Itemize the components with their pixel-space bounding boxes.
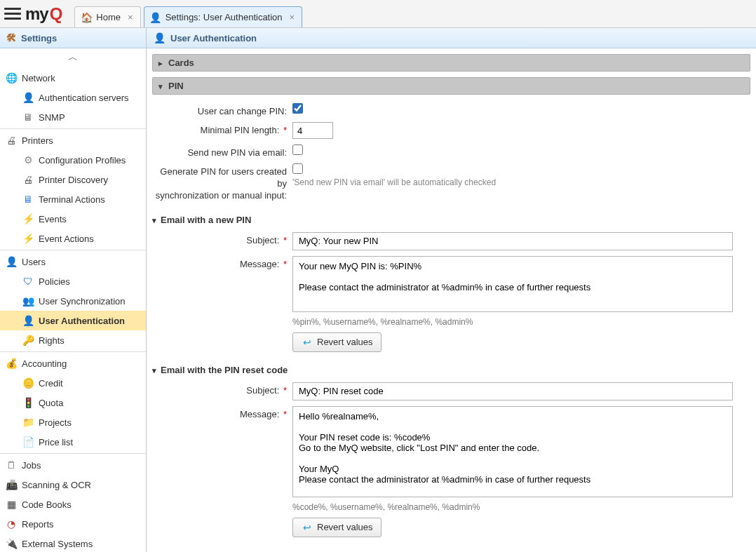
checkbox-user-can-change-pin[interactable] <box>292 103 303 114</box>
price-icon: 📄 <box>22 436 34 447</box>
user-icon: 👤 <box>154 32 165 43</box>
gear-icon: ⚙ <box>22 154 34 166</box>
terminal-icon: 🖥 <box>22 194 34 205</box>
tab-home[interactable]: 🏠 Home × <box>74 6 140 27</box>
wrench-icon: 🛠 <box>6 32 17 43</box>
revert-icon: ↩ <box>302 337 313 348</box>
sidebar-item-user-sync[interactable]: 👥User Synchronization <box>0 291 146 311</box>
button-label: Revert values <box>317 522 372 532</box>
globe-icon: 🌐 <box>6 72 17 83</box>
chevron-down-icon <box>152 215 156 225</box>
page-title: User Authentication <box>170 33 257 43</box>
subsection-email-reset-pin[interactable]: Email with the PIN reset code <box>152 365 750 375</box>
sidebar-item-price-list[interactable]: 📄Price list <box>0 432 146 452</box>
settings-tree: 🌐Network 👤Authentication servers 🖥SNMP 🖨… <box>0 67 146 552</box>
sidebar-item-event-actions[interactable]: ⚡Event Actions <box>0 229 146 248</box>
input-reset-pin-subject[interactable] <box>292 382 733 400</box>
hint-generate-pin: 'Send new PIN via email' will be automat… <box>292 177 750 187</box>
jobs-icon: 🗒 <box>6 459 17 471</box>
sync-icon: 👥 <box>22 295 34 307</box>
sidebar-item-label: Accounting <box>22 358 67 369</box>
sidebar-item-accounting[interactable]: 💰Accounting <box>0 354 146 373</box>
sidebar: 🛠 Settings ︿ 🌐Network 👤Authentication se… <box>0 28 147 552</box>
sidebar-item-label: Configuration Profiles <box>39 155 126 166</box>
sidebar-item-label: Printers <box>22 135 53 146</box>
sidebar-item-snmp[interactable]: 🖥SNMP <box>0 107 146 127</box>
sidebar-item-config-profiles[interactable]: ⚙Configuration Profiles <box>0 150 146 170</box>
sidebar-item-network[interactable]: 🌐Network <box>0 68 146 88</box>
sidebar-item-printer-discovery[interactable]: 🖨Printer Discovery <box>0 170 146 189</box>
sidebar-item-projects[interactable]: 📁Projects <box>0 412 146 432</box>
sidebar-item-label: User Synchronization <box>39 296 126 307</box>
menu-icon[interactable] <box>4 6 21 22</box>
label-send-pin-email: Send new PIN via email: <box>152 144 292 158</box>
folder-icon: 📁 <box>22 417 34 428</box>
traffic-icon: 🚦 <box>22 397 34 408</box>
app-logo: myQ <box>25 4 62 24</box>
sidebar-item-label: Network <box>22 73 55 83</box>
sidebar-item-reports[interactable]: ◔Reports <box>0 514 146 534</box>
sidebar-header: 🛠 Settings <box>0 28 146 48</box>
revert-new-pin-button[interactable]: ↩ Revert values <box>292 332 382 352</box>
subsection-email-new-pin[interactable]: Email with a new PIN <box>152 215 750 225</box>
printer-icon: 🖨 <box>22 174 34 185</box>
shield-icon: 🛡 <box>22 276 34 287</box>
label-subject: Subject: <box>246 235 279 245</box>
bag-icon: 💰 <box>6 358 17 369</box>
textarea-new-pin-message[interactable] <box>292 256 733 312</box>
input-min-pin-length[interactable] <box>292 122 333 139</box>
chart-icon: ◔ <box>6 518 17 530</box>
sidebar-item-user-authentication[interactable]: 👤User Authentication <box>0 311 146 330</box>
revert-reset-pin-button[interactable]: ↩ Revert values <box>292 518 382 537</box>
sidebar-item-scanning-ocr[interactable]: 📠Scanning & OCR <box>0 475 146 494</box>
key-icon: 🔑 <box>22 335 34 346</box>
label-subject: Subject: <box>246 385 279 396</box>
sidebar-item-label: Credit <box>39 378 63 389</box>
label-user-can-change-pin: User can change PIN: <box>152 103 292 116</box>
sidebar-item-code-books[interactable]: ▦Code Books <box>0 494 146 514</box>
bolt-icon: ⚡ <box>22 213 34 224</box>
sidebar-item-policies[interactable]: 🛡Policies <box>0 271 146 291</box>
label-min-pin-length: Minimal PIN length: <box>201 125 280 135</box>
sidebar-item-credit[interactable]: 🪙Credit <box>0 373 146 393</box>
sidebar-item-auth-servers[interactable]: 👤Authentication servers <box>0 88 146 107</box>
sidebar-item-label: Code Books <box>22 499 72 510</box>
input-new-pin-subject[interactable] <box>292 232 733 250</box>
sidebar-item-label: Quota <box>39 398 63 408</box>
close-icon[interactable]: × <box>128 12 133 22</box>
section-pin[interactable]: PIN <box>152 77 750 95</box>
close-icon[interactable]: × <box>290 12 295 22</box>
sidebar-item-users[interactable]: 👤Users <box>0 252 146 271</box>
section-title: PIN <box>168 81 184 91</box>
sidebar-item-label: Event Actions <box>39 234 94 244</box>
sidebar-item-label: SNMP <box>39 112 65 123</box>
placeholders-new-pin: %pin%, %username%, %realname%, %admin% <box>292 317 750 327</box>
placeholders-reset-pin: %code%, %username%, %realname%, %admin% <box>292 502 750 512</box>
sidebar-item-events[interactable]: ⚡Events <box>0 209 146 229</box>
sidebar-item-label: Events <box>39 214 67 224</box>
tab-label: Home <box>96 12 121 22</box>
scroll-up-icon[interactable]: ︿ <box>0 48 146 67</box>
sidebar-item-quota[interactable]: 🚦Quota <box>0 393 146 412</box>
tab-settings-user-auth[interactable]: 👤 Settings: User Authentication × <box>144 6 303 27</box>
chevron-down-icon <box>158 81 163 91</box>
server-icon: 🖥 <box>22 112 34 123</box>
plug-icon: 🔌 <box>6 538 17 549</box>
sidebar-item-label: Price list <box>39 437 73 447</box>
sidebar-item-rights[interactable]: 🔑Rights <box>0 330 146 350</box>
sidebar-item-label: Reports <box>22 519 54 530</box>
textarea-reset-pin-message[interactable] <box>292 406 733 497</box>
subsection-title: Email with a new PIN <box>161 215 251 225</box>
section-cards[interactable]: Cards <box>152 54 750 72</box>
checkbox-generate-pin[interactable] <box>292 163 303 174</box>
page-header: 👤 User Authentication <box>147 28 756 48</box>
sidebar-item-jobs[interactable]: 🗒Jobs <box>0 455 146 475</box>
sidebar-item-printers[interactable]: 🖨Printers <box>0 130 146 150</box>
logo-q: Q <box>50 4 62 24</box>
chevron-right-icon <box>158 58 163 68</box>
sidebar-item-external-systems[interactable]: 🔌External Systems <box>0 534 146 552</box>
checkbox-send-pin-email[interactable] <box>292 144 303 155</box>
sidebar-item-terminal-actions[interactable]: 🖥Terminal Actions <box>0 189 146 209</box>
sidebar-item-label: Users <box>22 257 46 267</box>
user-icon: 👤 <box>6 256 17 267</box>
